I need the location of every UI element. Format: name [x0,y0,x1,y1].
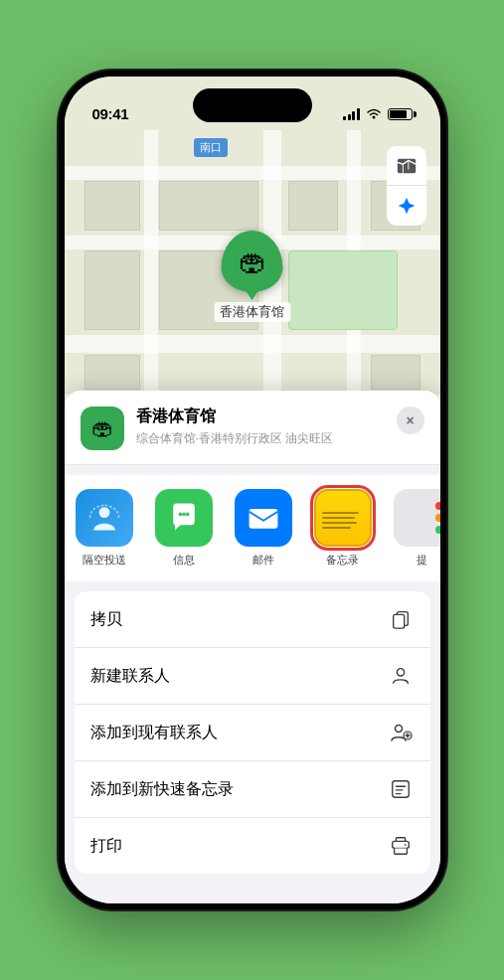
add-existing-icon [387,719,415,746]
svg-point-3 [182,513,186,517]
messages-label: 信息 [173,553,195,568]
dynamic-island [193,88,312,122]
wifi-icon [366,106,382,122]
print-label: 打印 [90,836,122,857]
bottom-sheet: 🏟 香港体育馆 综合体育馆·香港特别行政区 油尖旺区 × [65,391,440,903]
signal-bars-icon [343,108,360,120]
stadium-marker[interactable]: 🏟 香港体育馆 [214,231,290,322]
copy-label: 拷贝 [90,609,122,630]
stadium-icon: 🏟 [239,245,266,278]
place-info: 香港体育馆 综合体育馆·香港特别行政区 油尖旺区 [136,407,385,447]
svg-rect-5 [249,509,277,529]
mail-icon [235,489,292,547]
marker-pin: 🏟 [222,231,283,292]
svg-rect-7 [393,614,404,628]
svg-rect-13 [392,781,409,798]
svg-rect-0 [397,158,415,173]
notes-icon [314,489,372,547]
svg-point-8 [397,669,404,676]
copy-icon [387,605,415,633]
new-contact-icon [387,662,415,690]
phone-screen: 09:41 [65,77,440,903]
airdrop-icon [76,489,133,547]
action-list: 拷贝 新建联系人 [75,591,430,874]
map-south-entrance-label: 南口 [194,138,228,157]
action-add-existing[interactable]: 添加到现有联系人 [75,705,430,761]
place-description: 综合体育馆·香港特别行政区 油尖旺区 [136,430,385,447]
share-row: 隔空投送 信息 [65,475,440,581]
svg-rect-17 [394,848,407,854]
phone-frame: 09:41 [59,71,446,909]
mail-label: 邮件 [252,553,274,568]
share-mail[interactable]: 邮件 [224,489,303,568]
messages-icon [155,489,213,547]
add-existing-label: 添加到现有联系人 [90,723,218,743]
new-contact-label: 新建联系人 [90,666,170,687]
more-label: 提 [417,553,427,568]
svg-point-4 [185,513,189,517]
action-new-contact[interactable]: 新建联系人 [75,648,430,705]
place-header: 🏟 香港体育馆 综合体育馆·香港特别行政区 油尖旺区 × [65,391,440,465]
quick-note-icon [387,775,415,803]
map-type-button[interactable] [387,146,426,186]
south-entrance-text: 南口 [200,141,222,153]
airdrop-label: 隔空投送 [83,553,126,568]
svg-point-19 [404,844,406,846]
place-icon: 🏟 [81,407,124,450]
map-controls [387,146,426,226]
status-time: 09:41 [92,105,129,122]
notes-label: 备忘录 [326,553,359,568]
action-quick-note[interactable]: 添加到新快速备忘录 [75,761,430,818]
svg-point-9 [395,726,402,733]
more-icon [394,489,440,547]
share-airdrop[interactable]: 隔空投送 [65,489,144,568]
svg-point-1 [98,507,109,518]
status-icons [343,106,413,122]
marker-label: 香港体育馆 [214,302,290,322]
place-name: 香港体育馆 [136,407,385,427]
print-icon [387,832,415,860]
location-button[interactable] [387,186,426,226]
share-messages[interactable]: 信息 [144,489,224,568]
close-button[interactable]: × [397,407,424,434]
action-copy[interactable]: 拷贝 [75,591,430,648]
action-print[interactable]: 打印 [75,818,430,874]
share-notes[interactable]: 备忘录 [303,489,383,568]
notes-lines-decoration [316,504,370,533]
share-more[interactable]: 提 [383,489,440,568]
svg-point-2 [178,513,182,517]
battery-icon [388,108,413,120]
quick-note-label: 添加到新快速备忘录 [90,779,234,800]
